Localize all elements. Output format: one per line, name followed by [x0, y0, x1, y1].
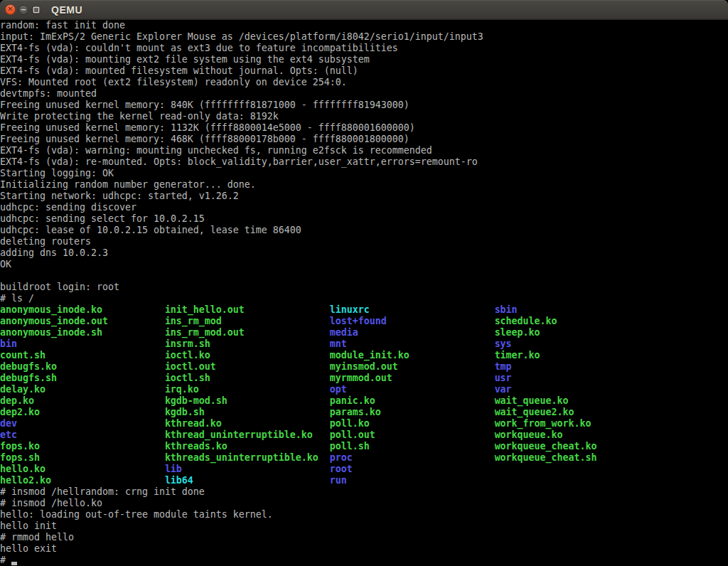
- terminal-line: Starting network: udhcpc: started, v1.26…: [0, 191, 728, 202]
- file-entry: kthread_uninterruptible.ko: [165, 429, 330, 441]
- minimize-icon: −: [21, 6, 26, 14]
- file-entry: lib: [165, 464, 330, 475]
- file-entry: kthread.ko: [165, 418, 330, 429]
- file-entry: panic.ko: [330, 395, 495, 407]
- file-entry: kthreads.ko: [165, 441, 330, 452]
- file-entry: ins_rm_mod: [165, 316, 330, 327]
- file-entry: sleep.ko: [495, 327, 660, 338]
- terminal-line: udhcpc: sending discover: [0, 202, 728, 213]
- file-entry: ins_rm_mod.out: [165, 327, 330, 338]
- terminal-line: hello init: [0, 520, 728, 532]
- file-entry: sbin: [495, 304, 660, 316]
- window-title: QEMU: [51, 4, 82, 16]
- terminal-tail-output: # insmod /hellrandom: crng init done# in…: [0, 486, 728, 555]
- file-listing-row: anonymous_inode.shins_rm_mod.outmediasle…: [0, 327, 728, 338]
- terminal-line: devtmpfs: mounted: [0, 88, 728, 100]
- file-entry: etc: [0, 429, 165, 441]
- file-entry: workqueue_cheat.ko: [495, 441, 660, 452]
- terminal-line: udhcpc: sending select for 10.0.2.15: [0, 213, 728, 225]
- terminal-line: VFS: Mounted root (ext2 filesystem) read…: [0, 77, 728, 88]
- maximize-button[interactable]: [31, 5, 41, 15]
- file-entry: workqueue.ko: [495, 429, 660, 441]
- file-entry: dep2.ko: [0, 407, 165, 418]
- terminal-line: buildroot login: root: [0, 282, 728, 293]
- terminal-line: [0, 270, 728, 282]
- file-entry: ioctl.ko: [165, 350, 330, 361]
- file-entry: anonymous_inode.ko: [0, 304, 165, 316]
- file-entry: params.ko: [330, 407, 495, 418]
- terminal-line: # ls /: [0, 293, 728, 304]
- terminal-line: # insmod /hellrandom: crng init done: [0, 486, 728, 498]
- file-entry: run: [330, 475, 495, 486]
- terminal-line: Freeing unused kernel memory: 840K (ffff…: [0, 100, 728, 111]
- terminal-line: Freeing unused kernel memory: 468K (ffff…: [0, 134, 728, 145]
- file-entry: hello.ko: [0, 464, 165, 475]
- file-entry: count.sh: [0, 350, 165, 361]
- terminal-line: random: fast init done: [0, 20, 728, 31]
- maximize-icon: [33, 7, 39, 13]
- file-listing-row: anonymous_inode.koinit_hello.outlinuxrcs…: [0, 304, 728, 316]
- file-entry: work_from_work.ko: [495, 418, 660, 429]
- minimize-button[interactable]: −: [18, 5, 28, 15]
- terminal-line: Initializing random number generator... …: [0, 179, 728, 191]
- file-entry: sys: [495, 338, 660, 350]
- terminal-prompt-line: #: [0, 555, 728, 566]
- file-entry: media: [330, 327, 495, 338]
- file-listing-row: count.shioctl.komodule_init.kotimer.ko: [0, 350, 728, 361]
- close-button[interactable]: ✕: [5, 4, 16, 15]
- terminal-line: EXT4-fs (vda): warning: mounting uncheck…: [0, 145, 728, 156]
- file-entry: poll.sh: [330, 441, 495, 452]
- terminal-line: Write protecting the kernel read-only da…: [0, 111, 728, 122]
- terminal-line: EXT4-fs (vda): re-mounted. Opts: block_v…: [0, 156, 728, 168]
- terminal-line: udhcpc: lease of 10.0.2.15 obtained, lea…: [0, 225, 728, 236]
- file-entry: usr: [495, 373, 660, 384]
- terminal-line: Starting logging: OK: [0, 168, 728, 179]
- file-entry: opt: [330, 384, 495, 395]
- file-entry: ioctl.sh: [165, 373, 330, 384]
- terminal-line: EXT4-fs (vda): couldn't mount as ext3 du…: [0, 43, 728, 54]
- terminal-line: deleting routers: [0, 236, 728, 247]
- file-entry: proc: [330, 452, 495, 464]
- file-listing-row: etckthread_uninterruptible.kopoll.outwor…: [0, 429, 728, 441]
- file-entry: module_init.ko: [330, 350, 495, 361]
- terminal-screen[interactable]: random: fast init doneinput: ImExPS/2 Ge…: [0, 20, 728, 566]
- file-entry: linuxrc: [330, 304, 495, 316]
- file-listing-row: debugfs.koioctl.outmyinsmod.outtmp: [0, 361, 728, 373]
- file-entry: timer.ko: [495, 350, 660, 361]
- file-entry: fops.ko: [0, 441, 165, 452]
- file-entry: poll.ko: [330, 418, 495, 429]
- file-entry: insrm.sh: [165, 338, 330, 350]
- file-listing-row: debugfs.shioctl.shmyrmmod.outusr: [0, 373, 728, 384]
- file-entry: wait_queue2.ko: [495, 407, 660, 418]
- file-entry: poll.out: [330, 429, 495, 441]
- file-listing: anonymous_inode.koinit_hello.outlinuxrcs…: [0, 304, 728, 486]
- terminal-line: hello exit: [0, 543, 728, 555]
- file-listing-row: devkthread.kopoll.kowork_from_work.ko: [0, 418, 728, 429]
- file-entry: mnt: [330, 338, 495, 350]
- terminal-line: OK: [0, 259, 728, 270]
- file-listing-row: dep.kokgdb-mod.shpanic.kowait_queue.ko: [0, 395, 728, 407]
- file-entry: debugfs.ko: [0, 361, 165, 373]
- file-entry: tmp: [495, 361, 660, 373]
- file-entry: kgdb-mod.sh: [165, 395, 330, 407]
- file-entry: debugfs.sh: [0, 373, 165, 384]
- terminal-line: # insmod /hello.ko: [0, 498, 728, 509]
- file-listing-row: bininsrm.shmntsys: [0, 338, 728, 350]
- terminal-line: Freeing unused kernel memory: 1132K (fff…: [0, 122, 728, 134]
- close-icon: ✕: [7, 6, 13, 13]
- shell-prompt: #: [0, 555, 11, 565]
- file-entry: hello2.ko: [0, 475, 165, 486]
- file-listing-row: hello.kolibroot: [0, 464, 728, 475]
- titlebar[interactable]: ✕ − QEMU: [0, 0, 728, 20]
- file-entry: irq.ko: [165, 384, 330, 395]
- file-entry: kthreads_uninterruptible.ko: [165, 452, 330, 464]
- file-entry: kgdb.sh: [165, 407, 330, 418]
- terminal-cursor: [11, 562, 17, 565]
- file-entry: delay.ko: [0, 384, 165, 395]
- file-entry: wait_queue.ko: [495, 395, 660, 407]
- terminal-line: hello: loading out-of-tree module taints…: [0, 509, 728, 520]
- file-listing-row: fops.shkthreads_uninterruptible.koprocwo…: [0, 452, 728, 464]
- qemu-window: ✕ − QEMU random: fast init doneinput: Im…: [0, 0, 728, 566]
- terminal-boot-output: random: fast init doneinput: ImExPS/2 Ge…: [0, 20, 728, 304]
- terminal-line: # rmmod hello: [0, 532, 728, 543]
